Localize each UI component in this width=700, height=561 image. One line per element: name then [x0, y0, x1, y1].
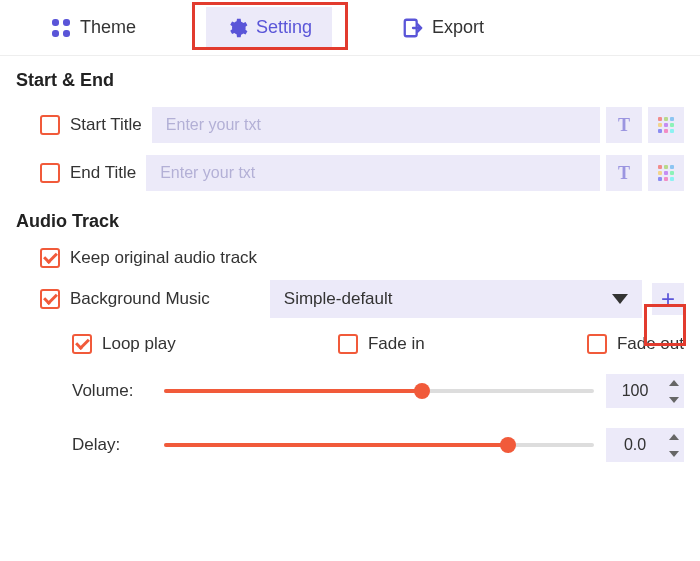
keep-original-label: Keep original audio track — [70, 248, 257, 268]
delay-slider-fill — [164, 443, 508, 447]
volume-value: 100 — [606, 374, 664, 408]
tab-setting-label: Setting — [256, 17, 312, 38]
fade-in-item: Fade in — [338, 334, 425, 354]
volume-down-button[interactable] — [664, 391, 684, 408]
arrow-down-icon — [669, 397, 679, 403]
start-title-checkbox[interactable] — [40, 115, 60, 135]
export-icon — [402, 17, 424, 39]
delay-down-button[interactable] — [664, 445, 684, 462]
volume-slider[interactable] — [164, 389, 594, 393]
keep-original-checkbox[interactable] — [40, 248, 60, 268]
volume-up-button[interactable] — [664, 374, 684, 391]
delay-spinner[interactable]: 0.0 — [606, 428, 684, 462]
volume-label: Volume: — [72, 381, 152, 401]
svg-rect-3 — [63, 30, 70, 37]
end-title-label: End Title — [70, 163, 136, 183]
loop-play-label: Loop play — [102, 334, 176, 354]
delay-up-button[interactable] — [664, 428, 684, 445]
fade-in-checkbox[interactable] — [338, 334, 358, 354]
chevron-down-icon — [612, 294, 628, 304]
delay-slider[interactable] — [164, 443, 594, 447]
theme-icon — [50, 17, 72, 39]
bg-music-row: Background Music Simple-default + — [0, 274, 700, 324]
end-title-row: End Title T — [0, 149, 700, 197]
fade-in-label: Fade in — [368, 334, 425, 354]
color-grid-icon — [658, 117, 674, 133]
keep-original-row: Keep original audio track — [0, 242, 700, 274]
arrow-down-icon — [669, 451, 679, 457]
volume-spinner[interactable]: 100 — [606, 374, 684, 408]
start-title-row: Start Title T — [0, 101, 700, 149]
bg-music-selected: Simple-default — [284, 289, 393, 309]
tab-bar: Theme Setting Export — [0, 0, 700, 56]
svg-rect-0 — [52, 19, 59, 26]
tab-theme[interactable]: Theme — [30, 7, 156, 49]
start-title-input[interactable] — [152, 107, 600, 143]
svg-rect-1 — [63, 19, 70, 26]
tab-export[interactable]: Export — [382, 7, 504, 49]
end-title-text-style-button[interactable]: T — [606, 155, 642, 191]
start-title-color-button[interactable] — [648, 107, 684, 143]
section-audio-track: Audio Track — [0, 197, 700, 242]
bg-music-checkbox[interactable] — [40, 289, 60, 309]
gear-icon — [226, 17, 248, 39]
fade-out-label: Fade out — [617, 334, 684, 354]
start-title-text-style-button[interactable]: T — [606, 107, 642, 143]
add-music-button[interactable]: + — [652, 283, 684, 315]
text-style-icon: T — [618, 163, 630, 184]
plus-icon: + — [661, 285, 675, 313]
delay-row: Delay: 0.0 — [0, 418, 700, 472]
playback-options-row: Loop play Fade in Fade out — [0, 324, 700, 364]
tab-theme-label: Theme — [80, 17, 136, 38]
bg-music-label: Background Music — [70, 289, 210, 309]
svg-rect-2 — [52, 30, 59, 37]
bg-music-select[interactable]: Simple-default — [270, 280, 642, 318]
volume-row: Volume: 100 — [0, 364, 700, 418]
delay-label: Delay: — [72, 435, 152, 455]
volume-spin-buttons — [664, 374, 684, 408]
volume-slider-thumb[interactable] — [414, 383, 430, 399]
end-title-color-button[interactable] — [648, 155, 684, 191]
fade-out-checkbox[interactable] — [587, 334, 607, 354]
loop-play-item: Loop play — [72, 334, 176, 354]
text-style-icon: T — [618, 115, 630, 136]
fade-out-item: Fade out — [587, 334, 684, 354]
loop-play-checkbox[interactable] — [72, 334, 92, 354]
end-title-input[interactable] — [146, 155, 600, 191]
section-start-end: Start & End — [0, 56, 700, 101]
tab-export-label: Export — [432, 17, 484, 38]
volume-slider-fill — [164, 389, 422, 393]
delay-value: 0.0 — [606, 428, 664, 462]
arrow-up-icon — [669, 380, 679, 386]
arrow-up-icon — [669, 434, 679, 440]
tab-setting[interactable]: Setting — [206, 7, 332, 49]
delay-spin-buttons — [664, 428, 684, 462]
delay-slider-thumb[interactable] — [500, 437, 516, 453]
end-title-checkbox[interactable] — [40, 163, 60, 183]
color-grid-icon — [658, 165, 674, 181]
start-title-label: Start Title — [70, 115, 142, 135]
